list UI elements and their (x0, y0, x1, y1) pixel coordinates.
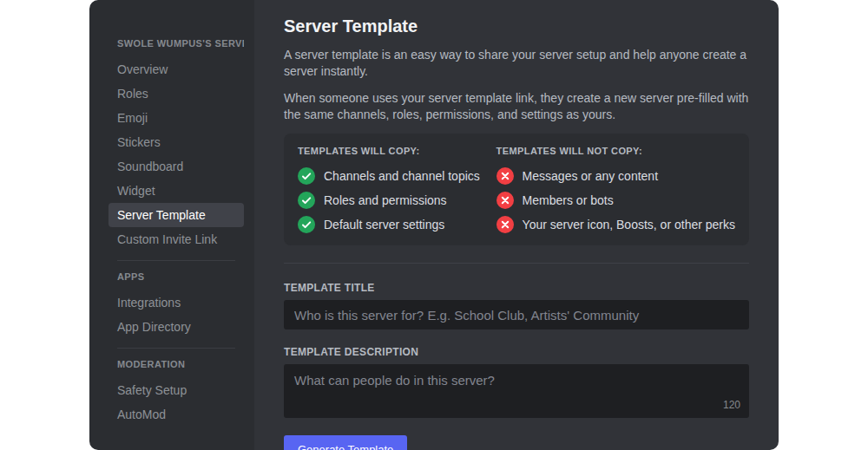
will-copy-column: TEMPLATES WILL COPY: Channels and channe… (298, 146, 496, 233)
will-copy-item: Channels and channel topics (298, 167, 496, 185)
will-not-copy-item-label: Your server icon, Boosts, or other perks (523, 216, 735, 233)
will-not-copy-item-label: Members or bots (523, 192, 614, 209)
will-not-copy-column: TEMPLATES WILL NOT COPY: Messages or any… (496, 146, 735, 233)
char-count: 120 (723, 399, 740, 411)
sidebar-item-widget[interactable]: Widget (108, 179, 244, 203)
sidebar-item-roles[interactable]: Roles (108, 82, 244, 106)
template-title-label: TEMPLATE TITLE (284, 283, 749, 293)
sidebar-item-app-directory[interactable]: App Directory (108, 315, 244, 339)
template-description-paragraph-1: A server template is an easy way to shar… (284, 47, 749, 80)
settings-sidebar: SWOLE WUMPUS'S SERVER Overview Roles Emo… (89, 0, 254, 450)
server-settings-nav: Overview Roles Emoji Stickers Soundboard… (108, 57, 244, 251)
server-settings-window: SWOLE WUMPUS'S SERVER Overview Roles Emo… (89, 0, 779, 450)
sidebar-item-soundboard[interactable]: Soundboard (108, 154, 244, 179)
sidebar-divider (117, 260, 235, 261)
will-not-copy-item: Members or bots (496, 192, 735, 209)
check-circle-icon (298, 167, 315, 185)
x-circle-icon (496, 167, 514, 185)
sidebar-item-stickers[interactable]: Stickers (108, 130, 244, 154)
templates-copy-card: TEMPLATES WILL COPY: Channels and channe… (284, 134, 749, 245)
page-title: Server Template (284, 16, 749, 36)
generate-template-button[interactable]: Generate Template (284, 435, 407, 450)
x-circle-icon (496, 192, 514, 209)
server-settings-section-header: SWOLE WUMPUS'S SERVER (108, 38, 244, 49)
template-description-label: TEMPLATE DESCRIPTION (284, 347, 749, 357)
sidebar-item-custom-invite-link[interactable]: Custom Invite Link (108, 227, 244, 251)
will-not-copy-item: Your server icon, Boosts, or other perks (496, 216, 735, 233)
template-title-input[interactable] (284, 300, 749, 329)
moderation-section-header: MODERATION (108, 359, 244, 369)
apps-section-header: APPS (108, 271, 244, 282)
template-description-paragraph-2: When someone uses your server template l… (284, 90, 749, 123)
sidebar-item-automod[interactable]: AutoMod (108, 402, 244, 427)
x-circle-icon (496, 216, 514, 233)
will-copy-item: Roles and permissions (298, 192, 496, 209)
will-not-copy-item: Messages or any content (496, 167, 735, 185)
will-not-copy-item-label: Messages or any content (523, 167, 658, 185)
template-description-input[interactable] (284, 364, 749, 418)
check-circle-icon (298, 192, 315, 209)
sidebar-item-safety-setup[interactable]: Safety Setup (108, 378, 244, 402)
will-copy-item-label: Default server settings (324, 216, 444, 233)
sidebar-item-integrations[interactable]: Integrations (108, 290, 244, 315)
will-not-copy-header: TEMPLATES WILL NOT COPY: (496, 146, 735, 157)
will-copy-item-label: Channels and channel topics (324, 167, 480, 185)
will-copy-header: TEMPLATES WILL COPY: (298, 146, 496, 157)
template-description-field: 120 (284, 364, 749, 418)
server-template-panel: Server Template A server template is an … (254, 0, 779, 450)
will-copy-item-label: Roles and permissions (324, 192, 447, 209)
sidebar-divider (117, 348, 235, 349)
will-copy-item: Default server settings (298, 216, 496, 233)
sidebar-item-overview[interactable]: Overview (108, 57, 244, 82)
sidebar-item-emoji[interactable]: Emoji (108, 106, 244, 130)
sidebar-item-server-template[interactable]: Server Template (108, 203, 244, 227)
check-circle-icon (298, 216, 315, 233)
section-divider (284, 263, 749, 264)
